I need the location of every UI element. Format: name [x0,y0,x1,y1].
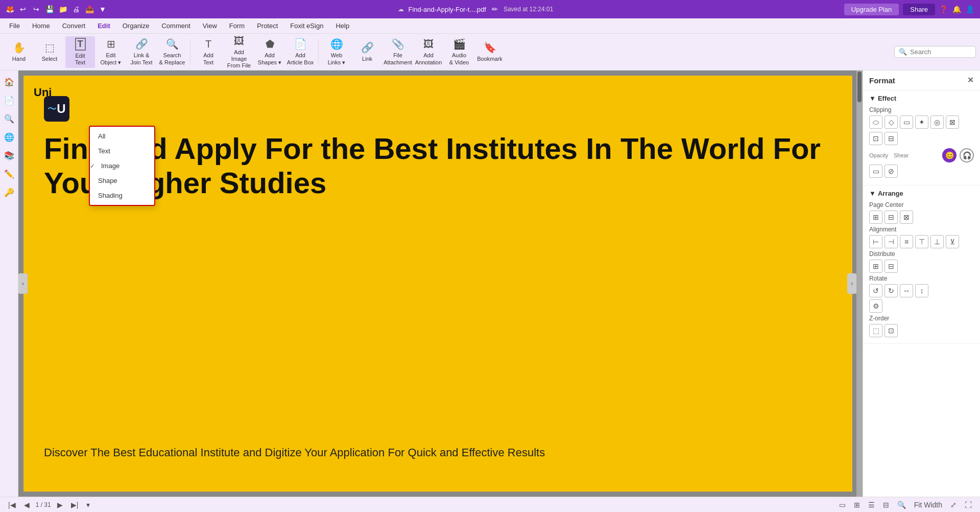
clip-x[interactable]: ⊠ [946,115,959,129]
menu-help[interactable]: Help [330,20,354,32]
dropdown-all[interactable]: All [90,129,154,144]
opacity-icon1[interactable]: ▭ [869,165,882,178]
edit-filename-icon[interactable]: ✏ [490,5,499,14]
next-page[interactable]: ▶ [55,500,65,510]
view-mode-double[interactable]: ⊞ [852,500,862,510]
dropdown-shading[interactable]: Shading [90,188,154,203]
file-attachment-tool[interactable]: 📎 FileAttachment [383,36,413,68]
zoom-out[interactable]: 🔍 [895,500,908,510]
search-replace-tool[interactable]: 🔍 Search& Replace [157,36,187,68]
link-tool[interactable]: 🔗 Link [352,36,382,68]
sidebar-search-icon[interactable]: 🔍 [2,111,16,126]
distribute-h-icon[interactable]: ⊞ [869,260,882,273]
zorder-back-icon[interactable]: ⊡ [885,324,898,337]
align-left-icon[interactable]: ⊢ [869,235,882,248]
view-mode-grid[interactable]: ⊟ [881,500,891,510]
clip-ellipse[interactable]: ⬭ [869,115,882,129]
more-button[interactable]: ▼ [98,5,107,14]
notification-icon[interactable]: 🔔 [952,5,962,14]
open-button[interactable]: 📁 [58,5,67,14]
prev-page[interactable]: ◀ [22,500,32,510]
bookmark-tool[interactable]: 🔖 Bookmark [475,36,505,68]
center-both-icon[interactable]: ⊠ [900,211,913,224]
edit-object-tool[interactable]: ⊞ EditObject ▾ [96,36,126,68]
center-v-icon[interactable]: ⊟ [885,211,898,224]
sidebar-security-icon[interactable]: 🔑 [2,185,16,199]
app-logo[interactable]: 🦊 [5,5,14,14]
menu-home[interactable]: Home [27,20,55,32]
fullscreen[interactable]: ⛶ [963,500,974,510]
clip-diamond[interactable]: ◇ [885,115,898,129]
print-button[interactable]: 🖨 [71,5,81,14]
clip-box1[interactable]: ⊡ [869,132,882,145]
emoji-icon[interactable]: 😊 [942,148,957,162]
effect-section-title[interactable]: ▼ Effect [869,95,974,102]
hand-tool[interactable]: ✋ Hand [4,36,34,68]
menu-foxit[interactable]: Foxit eSign [285,20,328,32]
menu-file[interactable]: File [4,20,25,32]
sidebar-edit-icon[interactable]: ✏️ [2,167,16,181]
web-links-tool[interactable]: 🌐 WebLinks ▾ [322,36,351,68]
menu-view[interactable]: View [198,20,222,32]
align-bottom-icon[interactable]: ⊻ [946,235,959,248]
close-panel-button[interactable]: ✕ [967,76,974,85]
scroll-thumb[interactable] [857,72,862,102]
dropdown-shape[interactable]: Shape [90,173,154,188]
menu-protect[interactable]: Protect [252,20,283,32]
distribute-v-icon[interactable]: ⊟ [885,260,898,273]
rotate-custom-icon[interactable]: ⚙ [869,299,882,313]
clip-star[interactable]: ✦ [915,115,928,129]
menu-organize[interactable]: Organize [117,20,155,32]
center-h-icon[interactable]: ⊞ [869,211,882,224]
upgrade-plan-button[interactable]: Upgrade Plan [844,4,899,15]
view-expand[interactable]: ⤢ [948,500,959,510]
rotate-ccw-icon[interactable]: ↺ [869,284,882,297]
undo-button[interactable]: ↩ [18,5,28,14]
audio-video-tool[interactable]: 🎬 Audio& Video [444,36,474,68]
add-image-tool[interactable]: 🖼 AddImage From File [224,36,254,68]
redo-button[interactable]: ↪ [32,5,41,14]
scroll-bar[interactable] [856,71,863,497]
align-middle-icon[interactable]: ⊥ [930,235,944,248]
share-button[interactable]: Share [903,4,935,15]
zorder-front-icon[interactable]: ⬚ [869,324,882,337]
view-mode-scroll[interactable]: ☰ [866,500,877,510]
help-icon[interactable]: ❓ [939,5,948,14]
select-tool[interactable]: ⬚ Select [35,36,64,68]
add-article-tool[interactable]: 📄 AddArticle Box [285,36,315,68]
align-center-icon[interactable]: ⊣ [885,235,898,248]
opacity-icon2[interactable]: ⊘ [885,165,898,178]
dropdown-text[interactable]: Text [90,144,154,158]
clip-rect[interactable]: ▭ [900,115,913,129]
collapse-left-button[interactable]: ‹ [18,273,28,294]
prev-page-first[interactable]: |◀ [6,500,18,510]
save-button[interactable]: 💾 [45,5,54,14]
align-right-icon[interactable]: ≡ [900,235,913,248]
view-mode-single[interactable]: ▭ [837,500,848,510]
add-text-tool[interactable]: T AddText [194,36,223,68]
menu-convert[interactable]: Convert [57,20,91,32]
align-top-icon[interactable]: ⊤ [915,235,928,248]
menu-form[interactable]: Form [224,20,250,32]
add-annotation-tool[interactable]: 🖼 AddAnnotation [414,36,443,68]
search-input[interactable] [910,48,971,56]
sidebar-pages-icon[interactable]: 📄 [2,93,16,107]
collapse-right-button[interactable]: › [847,273,856,294]
dropdown-image[interactable]: Image [90,158,154,173]
next-page-last[interactable]: ▶| [69,500,81,510]
flip-h-icon[interactable]: ↔ [900,284,913,297]
menu-comment[interactable]: Comment [156,20,195,32]
flip-v-icon[interactable]: ↕ [915,284,928,297]
fit-width-button[interactable]: Fit Width [912,500,944,510]
edit-text-tool[interactable]: T EditText [65,36,95,68]
clip-box2[interactable]: ⊟ [885,132,898,145]
sidebar-layers-icon[interactable]: 📚 [2,148,16,162]
headphone-icon[interactable]: 🎧 [960,148,974,162]
sidebar-home-icon[interactable]: 🏠 [2,75,16,89]
arrange-section-title[interactable]: ▼ Arrange [869,190,974,197]
link-join-tool[interactable]: 🔗 Link &Join Text [127,36,156,68]
menu-edit[interactable]: Edit [92,20,115,32]
clip-circle2[interactable]: ◎ [930,115,944,129]
share-doc-button[interactable]: 📤 [85,5,94,14]
add-shapes-tool[interactable]: ⬟ AddShapes ▾ [255,36,284,68]
